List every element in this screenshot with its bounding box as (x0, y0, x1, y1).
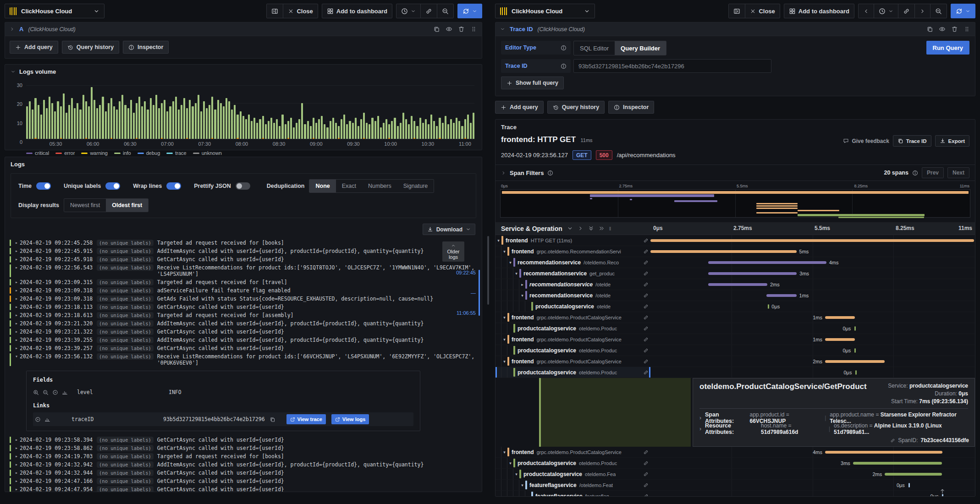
volume-bar[interactable] (433, 121, 435, 139)
volume-bar[interactable] (467, 115, 469, 139)
time-shift-back-button[interactable] (858, 4, 874, 18)
time-picker-button[interactable] (874, 4, 898, 18)
span-row[interactable]: ▾recommendationserviceget_produc3ms (496, 268, 975, 279)
volume-bar[interactable] (326, 127, 328, 139)
expand-row-icon[interactable]: ▸ (13, 486, 20, 492)
volume-bar[interactable] (198, 95, 199, 139)
expand-row-icon[interactable]: ▸ (13, 470, 20, 476)
span-row[interactable]: ▾frontendgrpc.oteldemo.ProductCatalogSer… (496, 447, 975, 458)
volume-bar[interactable] (237, 115, 238, 139)
log-row[interactable]: ▸2024-02-19 09:23:58.394(no unique label… (10, 436, 482, 444)
log-row[interactable]: ▸2024-02-19 09:23:18.113(no unique label… (10, 303, 482, 311)
log-row[interactable]: ▸2024-02-19 09:23:09.318(no unique label… (10, 286, 482, 295)
display-option-newest-first[interactable]: Newest first (64, 199, 106, 212)
span-name-cell[interactable]: productcatalogserviceoteldemo.Produc (496, 367, 650, 378)
volume-bar[interactable] (38, 105, 39, 139)
volume-bar[interactable] (290, 118, 292, 139)
log-row[interactable]: ▸2024-02-19 09:22:56.543(no unique label… (10, 263, 482, 278)
span-name-cell[interactable]: ▾featureflagservice/oteldemo.Feat (496, 480, 650, 490)
volume-bar[interactable] (273, 123, 275, 139)
volume-bar[interactable] (268, 121, 270, 139)
span-duration-bar[interactable] (650, 239, 974, 242)
chevron-down-icon[interactable]: ▾ (496, 238, 501, 243)
volume-bar[interactable] (383, 123, 385, 139)
span-timeline-cell[interactable]: 0μs (650, 480, 975, 490)
span-name-cell[interactable]: productcatalogserviceoteldemo.Produc (496, 345, 650, 356)
volume-bar[interactable] (279, 126, 281, 139)
expand-row-icon[interactable]: ▸ (13, 287, 20, 294)
span-name-cell[interactable]: ▾recommendationserviceget_produc (496, 268, 650, 279)
span-instant-tick[interactable] (854, 326, 856, 330)
volume-bar[interactable] (341, 119, 342, 139)
expand-row-icon[interactable]: ▸ (13, 312, 20, 318)
span-duration-bar[interactable] (825, 451, 942, 454)
span-instant-tick[interactable] (768, 304, 769, 308)
span-name-cell[interactable]: ▾frontendgrpc.oteldemo.ProductCatalogSer… (496, 447, 650, 457)
expand-one-icon[interactable] (578, 225, 584, 231)
span-link-icon[interactable] (643, 271, 649, 276)
volume-bar[interactable] (57, 101, 59, 139)
inspector-button[interactable]: Inspector (608, 101, 654, 114)
span-name-cell[interactable]: ▾productcatalogserviceoteldemo.Produc (496, 458, 650, 468)
volume-bar[interactable] (214, 110, 216, 139)
volume-bar[interactable] (74, 108, 76, 139)
volume-bar[interactable] (49, 97, 50, 139)
volume-bar[interactable] (91, 87, 93, 139)
span-row[interactable]: productcatalogserviceoteldemo.Produc0μs (496, 323, 975, 334)
span-link-icon[interactable] (643, 337, 649, 342)
span-row[interactable]: ▸recommendationservice/otelde2ms (496, 279, 975, 290)
span-duration-bar[interactable] (708, 272, 797, 275)
volume-bar[interactable] (332, 118, 334, 139)
log-row[interactable]: ▸2024-02-19 09:23:39.257(no unique label… (10, 344, 482, 352)
minimap-canvas[interactable] (500, 189, 970, 218)
expand-row-icon[interactable]: ▸ (13, 445, 20, 451)
volume-bar[interactable] (251, 121, 253, 139)
time-shift-forward-button[interactable] (914, 4, 930, 18)
volume-bar[interactable] (428, 124, 429, 139)
add-query-button[interactable]: Add query (10, 41, 58, 54)
span-row[interactable]: featureflagservicefeatureflag0μs (496, 491, 975, 497)
span-name-cell[interactable]: featureflagservicefeatureflag (496, 491, 650, 497)
volume-bar[interactable] (419, 118, 421, 139)
legend-item[interactable]: trace (166, 150, 186, 156)
span-link-icon[interactable] (643, 238, 649, 243)
volume-bar[interactable] (293, 127, 295, 139)
toggle-field-icon[interactable] (35, 416, 41, 422)
volume-bar[interactable] (276, 119, 278, 139)
span-name-cell[interactable]: ▾productcatalogserviceoteldemo.Fea (496, 469, 650, 479)
trace-id-copy-button[interactable]: Trace ID (893, 135, 931, 147)
log-row[interactable]: ▸2024-02-19 09:24:32.942(no unique label… (10, 460, 482, 469)
volume-bar[interactable] (394, 118, 396, 139)
volume-bar[interactable] (181, 105, 182, 139)
chevron-right-icon[interactable] (501, 170, 506, 175)
span-duration-bar[interactable] (885, 473, 942, 476)
legend-item[interactable]: unknown (193, 150, 222, 156)
volume-bar[interactable] (461, 126, 463, 139)
span-link-icon[interactable] (643, 449, 649, 455)
volume-bar[interactable] (425, 119, 427, 139)
volume-bar[interactable] (456, 118, 457, 139)
volume-bar[interactable] (416, 126, 418, 139)
volume-bar[interactable] (96, 108, 98, 139)
chevron-right-icon[interactable]: ▸ (519, 282, 525, 287)
span-link-icon[interactable] (643, 326, 649, 331)
volume-bar[interactable] (158, 108, 160, 139)
volume-bar[interactable] (330, 121, 331, 139)
span-name-cell[interactable]: ▾recommendationservice/oteldemo.Reco (496, 257, 650, 268)
span-timeline-cell[interactable]: 0μs (650, 491, 975, 497)
volume-bar[interactable] (32, 110, 33, 139)
drag-handle-icon[interactable] (470, 26, 477, 33)
span-filters-label[interactable]: Span Filters (510, 170, 544, 176)
volume-bar[interactable] (220, 103, 222, 139)
volume-bar[interactable] (405, 119, 407, 139)
volume-bar[interactable] (307, 121, 309, 139)
split-pane-button[interactable] (728, 4, 745, 18)
span-link-icon[interactable] (643, 460, 649, 466)
volume-bar[interactable] (46, 108, 48, 139)
show-full-query-button[interactable]: Show full query (501, 77, 564, 89)
volume-bar[interactable] (124, 105, 126, 139)
span-row[interactable]: ▾recommendationservice/otelde1ms (496, 290, 975, 301)
view-trace-button[interactable]: View trace (286, 414, 326, 424)
split-pane-button[interactable] (266, 4, 283, 18)
logs-volume-header[interactable]: Logs volume (5, 65, 482, 79)
